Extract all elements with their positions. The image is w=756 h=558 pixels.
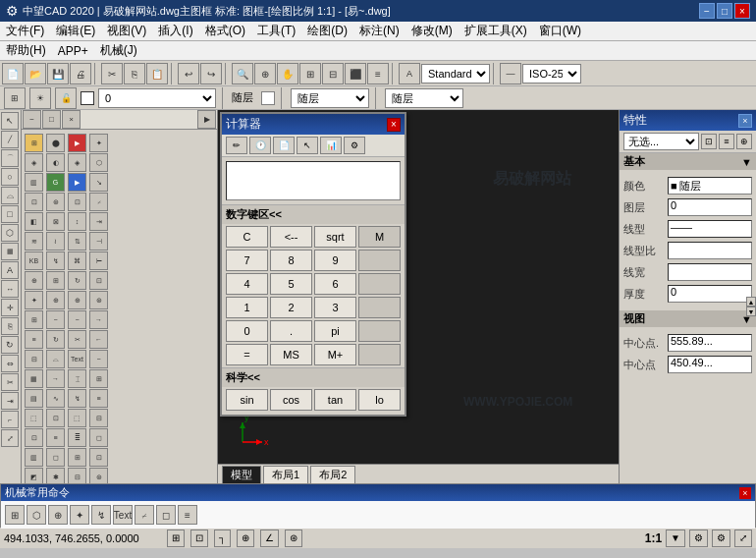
- tc3-1[interactable]: ▶: [68, 134, 86, 152]
- tc2-12[interactable]: ⌓: [46, 350, 65, 368]
- tc3-2[interactable]: ◈: [68, 153, 86, 172]
- tc1-1[interactable]: ⊞: [25, 134, 43, 152]
- tc3-8[interactable]: ↻: [68, 271, 86, 290]
- calc-tan[interactable]: tan: [314, 389, 356, 411]
- tb-match[interactable]: ≡: [367, 63, 389, 84]
- calc-m4[interactable]: [358, 320, 401, 342]
- cmd-tb-5[interactable]: ↯: [91, 505, 111, 525]
- cmd-tb-9[interactable]: ≡: [178, 505, 197, 525]
- tb-linetype[interactable]: —: [500, 63, 521, 84]
- calc-m2[interactable]: [358, 273, 401, 295]
- tc2-7[interactable]: ↯: [46, 251, 65, 270]
- cmd-close-button[interactable]: ×: [739, 487, 751, 499]
- menu-mechanical[interactable]: 机械(J): [94, 40, 143, 61]
- lt-polygon[interactable]: ⬡: [1, 224, 19, 242]
- close-button[interactable]: ×: [734, 3, 750, 19]
- calc-dot[interactable]: .: [270, 320, 312, 342]
- tc4-18[interactable]: ⊛: [89, 468, 108, 483]
- tc3-16[interactable]: ≣: [68, 428, 86, 447]
- status-scale-btn[interactable]: ▼: [666, 530, 685, 547]
- tc2-14[interactable]: ∿: [46, 389, 65, 408]
- calc-cos[interactable]: cos: [270, 389, 312, 411]
- text-style-combo[interactable]: Standard: [421, 64, 490, 84]
- props-ltscale-value[interactable]: [668, 242, 752, 259]
- menu-insert[interactable]: 插入(I): [152, 21, 198, 41]
- tc1-18[interactable]: ◩: [25, 468, 43, 483]
- status-ortho-btn[interactable]: ┐: [214, 530, 231, 547]
- calc-tb-chart[interactable]: 📊: [320, 137, 342, 154]
- menu-window[interactable]: 窗口(W): [533, 21, 587, 41]
- tc2-3[interactable]: G: [46, 173, 65, 192]
- lt-rotate[interactable]: ↻: [1, 336, 19, 354]
- tb-redo[interactable]: ↪: [200, 63, 222, 84]
- calc-sqrt[interactable]: sqrt: [314, 226, 356, 248]
- layer-color-btn[interactable]: [81, 91, 94, 105]
- menu-extend[interactable]: 扩展工具(X): [459, 21, 533, 41]
- cmd-tb-8[interactable]: ◻: [156, 505, 176, 525]
- lt-circle[interactable]: ○: [1, 168, 19, 186]
- status-settings-btn[interactable]: ⚙: [689, 530, 708, 547]
- status-polar-btn[interactable]: ⊕: [237, 530, 254, 547]
- menu-annotate[interactable]: 标注(N): [353, 21, 405, 41]
- tb-save[interactable]: 💾: [47, 63, 69, 84]
- tb-paste[interactable]: 📋: [146, 63, 168, 84]
- tc2-8[interactable]: ⊞: [46, 271, 65, 290]
- tc3-14[interactable]: ↯: [68, 389, 86, 408]
- tc4-1[interactable]: ✦: [89, 134, 108, 152]
- tb-zoom-all[interactable]: ⊕: [254, 63, 276, 84]
- tc1-8[interactable]: ⊕: [25, 271, 43, 290]
- tc2-2[interactable]: ◐: [46, 153, 65, 172]
- lt-move[interactable]: ✛: [1, 299, 19, 316]
- tc3-17[interactable]: ⊞: [68, 448, 86, 467]
- tc2-6[interactable]: ≀: [46, 232, 65, 251]
- tc3-3[interactable]: ▶: [68, 173, 86, 192]
- layer-select[interactable]: 0: [98, 88, 216, 108]
- tc2-10[interactable]: −: [46, 310, 65, 329]
- tc4-16[interactable]: ◻: [89, 428, 108, 447]
- lineweight-select[interactable]: 随层: [385, 88, 463, 108]
- menu-edit[interactable]: 编辑(E): [50, 21, 101, 41]
- tc3-9[interactable]: ⊕: [68, 291, 86, 309]
- tc1-2[interactable]: ◈: [25, 153, 43, 172]
- cmd-tb-2[interactable]: ⬡: [27, 505, 46, 525]
- mtt-btn2[interactable]: □: [42, 110, 61, 129]
- scroll-up[interactable]: ▲: [746, 297, 756, 307]
- lt-scale[interactable]: ⤢: [1, 429, 19, 447]
- maximize-button[interactable]: □: [717, 3, 732, 19]
- calc-tb-eraser[interactable]: ✏: [226, 137, 247, 154]
- linetype-select[interactable]: 随层: [291, 88, 369, 108]
- menu-file[interactable]: 文件(F): [0, 21, 50, 41]
- calc-m3[interactable]: [358, 297, 401, 318]
- props-lineweight-value[interactable]: [668, 263, 752, 281]
- status-grid-btn[interactable]: ⊞: [167, 530, 185, 547]
- tc1-6[interactable]: ≋: [25, 232, 43, 251]
- minimize-button[interactable]: −: [699, 3, 715, 19]
- tab-model[interactable]: 模型: [222, 466, 261, 483]
- lt-polyline[interactable]: ⌒: [1, 149, 19, 167]
- tb-copy[interactable]: ⎘: [124, 63, 145, 84]
- tc4-15[interactable]: ⊟: [89, 409, 108, 427]
- tab-layout1[interactable]: 布局1: [263, 466, 308, 483]
- calc-m-last[interactable]: [358, 344, 401, 365]
- tc1-11[interactable]: ≡: [25, 330, 43, 349]
- props-layer-value[interactable]: 0: [668, 198, 752, 216]
- color-btn[interactable]: [261, 91, 275, 105]
- tb-new[interactable]: 📄: [2, 63, 24, 84]
- tc3-5[interactable]: ↕: [68, 212, 86, 231]
- tc2-4[interactable]: ⊛: [46, 193, 65, 211]
- tc4-11[interactable]: ←: [89, 330, 108, 349]
- tc4-4[interactable]: ⌿: [89, 193, 108, 211]
- linetype-combo[interactable]: ISO-25: [522, 64, 581, 84]
- lt-fillet[interactable]: ⌐: [1, 411, 19, 428]
- tc3-6[interactable]: ⇅: [68, 232, 86, 251]
- cmd-tb-1[interactable]: ⊞: [5, 505, 25, 525]
- tc4-8[interactable]: ⊡: [89, 271, 108, 290]
- tc1-9[interactable]: ✦: [25, 291, 43, 309]
- tc4-2[interactable]: ⬡: [89, 153, 108, 172]
- calc-4[interactable]: 4: [226, 273, 268, 295]
- calc-9[interactable]: 9: [314, 250, 356, 271]
- calc-mplus[interactable]: M+: [314, 344, 356, 365]
- tc2-13[interactable]: →: [46, 369, 65, 388]
- mtt-close[interactable]: ▶: [197, 110, 216, 129]
- cmd-tb-6[interactable]: Text: [113, 505, 133, 525]
